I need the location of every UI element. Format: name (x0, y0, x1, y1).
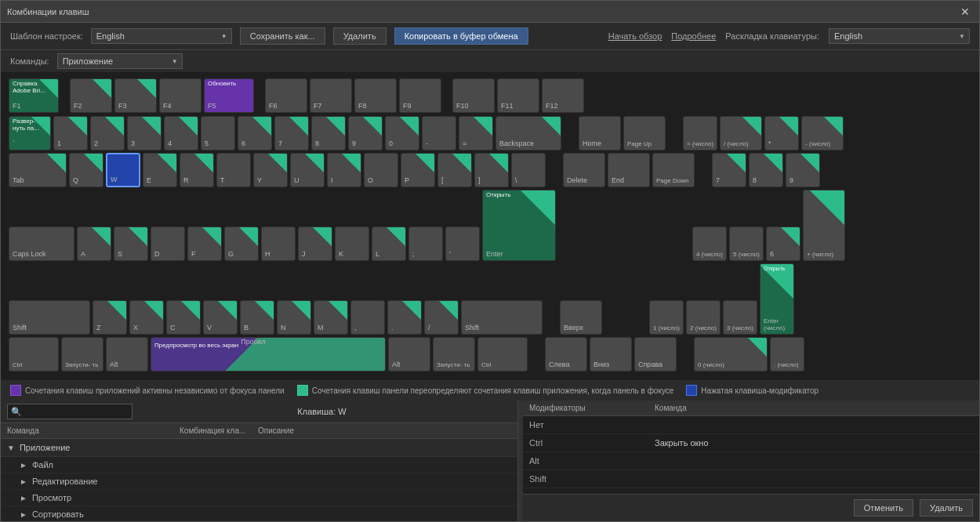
key-lbracket[interactable]: [ (437, 153, 472, 187)
key-9[interactable]: 9 (348, 116, 383, 150)
key-m[interactable]: M (314, 300, 348, 335)
layout-select[interactable]: English (829, 28, 970, 44)
cmd-sub-view[interactable]: ► Просмотр (1, 490, 517, 506)
key-f7[interactable]: F7 (310, 78, 352, 113)
key-w[interactable]: W (106, 153, 140, 187)
key-quote[interactable]: ' (445, 227, 480, 261)
key-alt-r[interactable]: Alt (388, 337, 430, 372)
key-e[interactable]: E (143, 153, 177, 187)
key-pagedown[interactable]: Page Down (652, 153, 695, 187)
key-f5[interactable]: Обновить F5 (204, 78, 254, 113)
close-button[interactable]: ✕ (957, 5, 973, 18)
cancel-button[interactable]: Отменить (854, 499, 913, 517)
key-semicolon[interactable]: ; (408, 227, 443, 261)
key-delete[interactable]: Delete (563, 153, 605, 187)
key-f2[interactable]: F2 (70, 78, 112, 113)
key-equals[interactable]: = (459, 116, 493, 150)
key-d[interactable]: D (151, 227, 185, 261)
key-b[interactable]: B (240, 300, 274, 335)
cmd-sub-edit[interactable]: ► Редактирование (1, 473, 517, 490)
save-as-button[interactable]: Сохранить как... (240, 27, 325, 45)
key-backslash[interactable]: \ (511, 153, 546, 187)
key-comma[interactable]: , (350, 300, 385, 335)
key-f3[interactable]: F3 (114, 78, 157, 113)
key-f9[interactable]: F9 (399, 78, 441, 113)
key-p[interactable]: P (401, 153, 435, 187)
key-f10[interactable]: F10 (452, 78, 495, 113)
key-num1[interactable]: 1 (число) (649, 300, 684, 335)
key-ctrl-r[interactable]: Ctrl (477, 337, 528, 372)
key-f1[interactable]: СправкаAdobe Bri... F1 (9, 78, 59, 113)
key-ctrl-l[interactable]: Ctrl (9, 337, 59, 372)
key-f4[interactable]: F4 (159, 78, 201, 113)
key-shift-l[interactable]: Shift (9, 300, 90, 335)
key-num3[interactable]: 3 (число) (723, 300, 757, 335)
key-win-l[interactable]: Запусти- ть (61, 337, 103, 372)
key-1[interactable]: 1 (53, 116, 88, 150)
key-l[interactable]: L (372, 227, 406, 261)
key-enter[interactable]: Открыть Enter (482, 190, 556, 261)
key-num-dot[interactable]: . (число) (770, 337, 804, 372)
key-num7[interactable]: 7 (712, 153, 746, 187)
key-a[interactable]: A (77, 227, 111, 261)
key-num-star[interactable]: * (764, 116, 799, 150)
key-f[interactable]: F (187, 227, 222, 261)
key-4[interactable]: 4 (164, 116, 198, 150)
key-win-r[interactable]: Запусти- ть (433, 337, 475, 372)
key-n[interactable]: N (277, 300, 311, 335)
key-num-minus[interactable]: - (число) (801, 116, 844, 150)
cmd-group-application[interactable]: ▼ Приложение (1, 439, 517, 457)
key-num-slash[interactable]: / (число) (720, 116, 762, 150)
key-num9[interactable]: 9 (786, 153, 820, 187)
key-k[interactable]: K (335, 227, 369, 261)
key-h[interactable]: H (261, 227, 296, 261)
key-8[interactable]: 8 (311, 116, 346, 150)
search-input[interactable] (7, 404, 132, 419)
key-dot[interactable]: . (387, 300, 422, 335)
key-num5[interactable]: 5 (число) (729, 227, 764, 261)
key-5[interactable]: 5 (201, 116, 235, 150)
key-j[interactable]: J (298, 227, 332, 261)
key-end[interactable]: End (608, 153, 650, 187)
key-r[interactable]: R (180, 153, 214, 187)
key-num-eq[interactable]: = (число) (683, 116, 717, 150)
delete-button[interactable]: Удалить (920, 499, 973, 517)
key-v[interactable]: V (203, 300, 238, 335)
tour-button[interactable]: Начать обзор (608, 31, 662, 41)
key-space[interactable]: Предпросмотр во весь экран Пробел (151, 337, 386, 372)
key-0[interactable]: 0 (385, 116, 419, 150)
key-right[interactable]: Справа (634, 337, 677, 372)
key-3[interactable]: 3 (127, 116, 162, 150)
key-num6[interactable]: 6 (766, 227, 800, 261)
key-f12[interactable]: F12 (542, 78, 584, 113)
key-capslock[interactable]: Caps Lock (9, 227, 74, 261)
key-pageup[interactable]: Page Up (623, 116, 666, 150)
key-c[interactable]: C (166, 300, 201, 335)
key-num0[interactable]: 0 (число) (694, 337, 768, 372)
key-num4[interactable]: 4 (число) (692, 227, 727, 261)
key-tab[interactable]: Tab (9, 153, 67, 187)
cmd-sub-sort[interactable]: ► Сортировать (1, 506, 517, 521)
key-alt-l[interactable]: Alt (106, 337, 148, 372)
key-shift-r[interactable]: Shift (461, 300, 543, 335)
key-f11[interactable]: F11 (497, 78, 539, 113)
key-down[interactable]: Вниз (590, 337, 632, 372)
cmd-sub-file[interactable]: ► Файл (1, 457, 517, 473)
key-tilde[interactable]: Развер-нуть па... ` (9, 116, 51, 150)
commands-select[interactable]: Приложение (57, 53, 183, 69)
key-num2[interactable]: 2 (число) (686, 300, 720, 335)
key-6[interactable]: 6 (238, 116, 272, 150)
delete-preset-button[interactable]: Удалить (333, 27, 387, 45)
key-2[interactable]: 2 (90, 116, 125, 150)
more-button[interactable]: Подробнее (671, 31, 716, 41)
key-s[interactable]: S (114, 227, 148, 261)
key-y[interactable]: Y (253, 153, 288, 187)
key-i[interactable]: I (327, 153, 361, 187)
key-z[interactable]: Z (93, 300, 127, 335)
key-f8[interactable]: F8 (354, 78, 397, 113)
key-g[interactable]: G (224, 227, 259, 261)
key-num-enter[interactable]: Открыть Enter (число) (760, 263, 794, 335)
key-minus[interactable]: - (422, 116, 456, 150)
key-f6[interactable]: F6 (265, 78, 307, 113)
key-x[interactable]: X (129, 300, 164, 335)
